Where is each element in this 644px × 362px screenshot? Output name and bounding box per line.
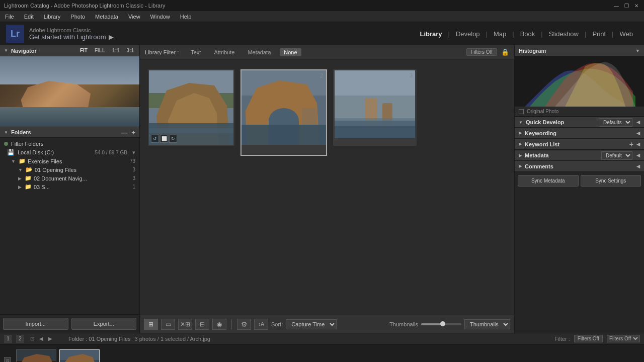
filter-tab-metadata[interactable]: Metadata [244, 48, 275, 56]
folders-plus[interactable]: + [131, 129, 135, 136]
histogram-header[interactable]: Histogram ▼ [515, 45, 644, 56]
main-layout: ▼ Navigator FIT FILL 1:1 3:1 [0, 45, 644, 333]
filmstrip-btn-1[interactable]: ⊡ [4, 357, 11, 362]
defaults-select[interactable]: Defaults [599, 118, 632, 127]
histogram-canvas [515, 56, 644, 107]
menu-window[interactable]: Window [148, 13, 172, 21]
folder-exercise-files[interactable]: ▼ 📁 Exercise Files 73 [0, 157, 139, 165]
close-button[interactable]: ✕ [633, 2, 640, 9]
photo-grid[interactable]: 1 ⊡ ↺ [140, 59, 514, 315]
quick-develop-header[interactable]: ▼ Quick Develop Defaults ◀ [515, 117, 644, 128]
header: Lr Adobe Lightroom Classic Get started w… [0, 22, 644, 45]
sprocket-button[interactable]: ⚙ [237, 319, 251, 330]
disk-expand-arrow[interactable]: ▾ [132, 149, 135, 156]
keyword-list-add[interactable]: + [629, 140, 633, 148]
view-loupe-button[interactable]: ▭ [161, 319, 175, 330]
sync-metadata-button[interactable]: Sync Metadata [518, 175, 579, 187]
nav-book[interactable]: Book [515, 28, 540, 40]
photo-cell-1[interactable]: 1 ⊡ ↺ [148, 69, 234, 146]
photo-cell-2[interactable]: 2 [240, 69, 327, 156]
comments-header[interactable]: ▶ Comments ◀ [515, 161, 644, 172]
menu-view[interactable]: View [126, 13, 142, 21]
window-controls[interactable]: — ❐ ✕ [613, 2, 640, 9]
view-compare-button[interactable]: ✕⊞ [178, 319, 192, 330]
zoom-fit[interactable]: FIT [78, 47, 89, 54]
rotate-left-1[interactable]: ↺ [151, 135, 159, 143]
menu-photo[interactable]: Photo [68, 13, 87, 21]
thumb-dropdown[interactable]: Thumbnails [464, 319, 510, 329]
filter-dot [4, 142, 8, 146]
filter-lock-icon[interactable]: 🔒 [501, 48, 509, 56]
metadata-arrow: ▶ [519, 153, 522, 158]
filter-tab-attribute[interactable]: Attribute [210, 48, 238, 56]
filters-off-button[interactable]: Filters Off [466, 48, 497, 56]
import-button[interactable]: Import... [3, 318, 68, 330]
folder-other[interactable]: ▶ 📁 03 S... 1 [0, 183, 139, 191]
folder-document-nav[interactable]: ▶ 📁 02 Document Navig... 3 [0, 174, 139, 183]
view-grid-button[interactable]: ⊞ [144, 319, 158, 330]
nav-develop[interactable]: Develop [451, 28, 485, 40]
keywording-header[interactable]: ▶ Keywording ◀ [515, 128, 644, 139]
folders-minus[interactable]: — [121, 129, 127, 136]
folders-header[interactable]: ▼ Folders — + [0, 127, 139, 138]
thumb-slider[interactable] [421, 323, 461, 325]
nav-print[interactable]: Print [587, 28, 611, 40]
quick-develop-title: Quick Develop [526, 119, 564, 125]
histogram-section: Histogram ▼ [515, 45, 644, 117]
original-photo-label: Original Photo [515, 107, 644, 117]
nav-library[interactable]: Library [415, 28, 447, 40]
menu-file[interactable]: File [3, 13, 16, 21]
nav-slideshow[interactable]: Slideshow [544, 28, 584, 40]
menu-library[interactable]: Library [42, 13, 63, 21]
zoom-1-1[interactable]: 1:1 [111, 47, 121, 54]
flag-1[interactable]: ⬜ [160, 135, 168, 143]
film-thumb-1[interactable] [16, 349, 56, 362]
zoom-3-1[interactable]: 3:1 [125, 47, 135, 54]
zoom-fill[interactable]: FILL [93, 47, 107, 54]
navigator-header[interactable]: ▼ Navigator FIT FILL 1:1 3:1 [0, 45, 139, 56]
menu-bar: File Edit Library Photo Metadata View Wi… [0, 11, 644, 22]
menu-help[interactable]: Help [178, 13, 194, 21]
status-nav-2[interactable]: 2 [16, 335, 24, 343]
original-checkbox[interactable] [519, 109, 524, 114]
filmstrip-toggle-btn[interactable]: ⊡ [28, 335, 36, 343]
svg-rect-19 [335, 118, 415, 126]
keyword-list-header[interactable]: ▶ Keyword List + ◀ [515, 139, 644, 150]
film-thumb-2[interactable] [59, 349, 100, 362]
view-survey-button[interactable]: ⊟ [195, 319, 209, 330]
nav-web[interactable]: Web [615, 28, 638, 40]
status-nav-1[interactable]: 1 [4, 335, 12, 343]
folder-count-docnav: 3 [132, 175, 135, 181]
svg-rect-6 [149, 128, 233, 133]
metadata-default-select[interactable]: Default [601, 151, 632, 160]
folder-name-opening: 01 Opening Files [35, 167, 76, 173]
minimize-button[interactable]: — [613, 2, 620, 9]
view-face-button[interactable]: ◉ [212, 319, 226, 330]
status-filter-select[interactable]: Filters Off [607, 335, 640, 342]
nav-prev-btn[interactable]: ◀ [37, 335, 45, 343]
sort-select[interactable]: Capture Time Added Order Edit Time File … [286, 319, 337, 329]
filter-tab-none[interactable]: None [280, 48, 301, 56]
photo-cell-3[interactable]: 3 [333, 69, 417, 146]
status-filter-off[interactable]: Filters Off [574, 335, 603, 342]
photo-number-2: 2 [320, 72, 323, 78]
menu-metadata[interactable]: Metadata [93, 13, 120, 21]
folder-opening-files[interactable]: ▼ 📂 01 Opening Files 3 [0, 165, 139, 174]
metadata-header[interactable]: ▶ Metadata Default ◀ [515, 150, 644, 161]
maximize-button[interactable]: ❐ [623, 2, 630, 9]
sort-direction-button[interactable]: ↕A [254, 319, 268, 330]
export-button[interactable]: Export... [71, 318, 137, 330]
toolbar-separator-1 [231, 319, 232, 329]
disk-item[interactable]: 💾 Local Disk (C:) 54.0 / 89.7 GB ▾ [0, 148, 139, 157]
navigator-preview[interactable] [0, 56, 139, 127]
filter-folders-row[interactable]: Filter Folders [0, 140, 139, 148]
rotate-right-1[interactable]: ↻ [169, 135, 177, 143]
sync-settings-button[interactable]: Sync Settings [581, 175, 641, 187]
nav-next-btn[interactable]: ▶ [46, 335, 54, 343]
filter-tab-text[interactable]: Text [187, 48, 205, 56]
navigator-section: ▼ Navigator FIT FILL 1:1 3:1 [0, 45, 139, 127]
header-arrow[interactable]: ▶ [109, 33, 114, 41]
metadata-title: Metadata [525, 152, 549, 158]
nav-map[interactable]: Map [489, 28, 511, 40]
menu-edit[interactable]: Edit [22, 13, 36, 21]
